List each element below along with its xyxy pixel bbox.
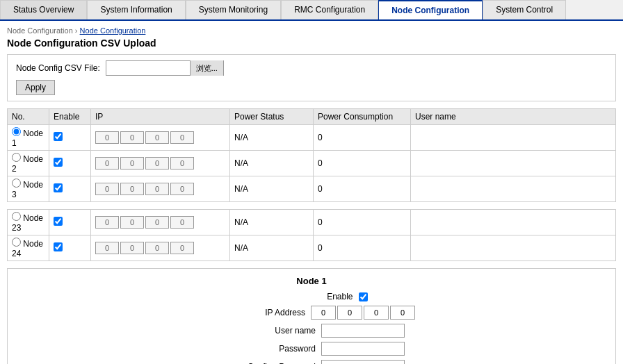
tab-system-monitoring[interactable]: System Monitoring — [186, 0, 281, 19]
tab-bar: Status Overview System Information Syste… — [0, 0, 623, 21]
node2-ip-octet1[interactable] — [95, 157, 119, 169]
node1-ip-group — [95, 131, 225, 144]
node1-username — [411, 125, 616, 151]
node3-ip-octet3[interactable] — [145, 183, 169, 195]
detail-password-input[interactable] — [321, 342, 405, 356]
node1-ip-octet2[interactable] — [120, 131, 144, 144]
detail-ip-octet2[interactable] — [337, 306, 362, 320]
tab-system-information[interactable]: System Information — [87, 0, 185, 19]
upload-label: Node Config CSV File: — [16, 63, 100, 73]
node23-radio[interactable] — [12, 212, 21, 221]
detail-ip-octet3[interactable] — [364, 306, 389, 320]
node3-enable-checkbox[interactable] — [54, 183, 63, 192]
detail-confirm-password-row: Confirm Password — [22, 360, 601, 364]
node2-power-status: N/A — [230, 151, 314, 176]
node3-ip-octet4[interactable] — [170, 183, 194, 195]
col-header-username: User name — [411, 109, 616, 125]
node24-username — [411, 235, 616, 261]
file-input-wrapper: 浏览... — [106, 60, 224, 76]
table-row: Node 2 N/A 0 — [8, 151, 616, 176]
tab-rmc-configuration[interactable]: RMC Configuration — [281, 0, 378, 19]
node2-ip-group — [95, 157, 225, 169]
node2-ip-cell — [91, 151, 230, 176]
node2-radio[interactable] — [12, 153, 21, 162]
table-row: Node 24 N/A 0 — [8, 235, 616, 261]
node2-ip-octet3[interactable] — [145, 157, 169, 169]
node24-enable-checkbox[interactable] — [54, 242, 63, 251]
node2-no-cell: Node 2 — [8, 151, 49, 176]
detail-ip-octet1[interactable] — [311, 306, 336, 320]
node23-enable-cell — [49, 210, 91, 235]
node23-username — [411, 210, 616, 235]
node2-ip-octet4[interactable] — [170, 157, 194, 169]
node24-ip-octet1[interactable] — [95, 242, 119, 254]
node2-enable-checkbox[interactable] — [54, 158, 63, 167]
node1-ip-octet3[interactable] — [145, 131, 169, 144]
node23-power-consumption: 0 — [314, 210, 411, 235]
detail-enable-row: Enable — [22, 292, 601, 301]
col-header-power-status: Power Status — [230, 109, 314, 125]
node24-ip-octet3[interactable] — [145, 242, 169, 254]
table-row: Node 23 N/A 0 — [8, 210, 616, 235]
detail-node-title: Node 1 — [22, 276, 601, 286]
detail-ip-row: IP Address — [22, 306, 601, 320]
node1-ip-cell — [91, 125, 230, 151]
col-header-power-consumption: Power Consumption — [314, 109, 411, 125]
node24-power-status: N/A — [230, 235, 314, 261]
node24-enable-cell — [49, 235, 91, 261]
tab-status-overview[interactable]: Status Overview — [0, 0, 87, 19]
node1-enable-checkbox[interactable] — [54, 132, 63, 141]
tab-node-configuration[interactable]: Node Configuration — [378, 0, 483, 19]
node1-no-cell: Node 1 — [8, 125, 49, 151]
node24-ip-group — [95, 242, 225, 254]
node3-power-consumption: 0 — [314, 176, 411, 202]
detail-enable-checkbox[interactable] — [359, 292, 368, 301]
node23-no-cell: Node 23 — [8, 210, 49, 235]
node24-ip-octet4[interactable] — [170, 242, 194, 254]
node3-ip-octet2[interactable] — [120, 183, 144, 195]
tab-system-control[interactable]: System Control — [483, 0, 566, 19]
node1-power-status: N/A — [230, 125, 314, 151]
detail-username-label: User name — [218, 326, 316, 336]
main-content: Node Configuration › Node Configuration … — [0, 21, 623, 364]
node23-enable-checkbox[interactable] — [54, 217, 63, 226]
node24-ip-cell — [91, 235, 230, 261]
upload-row: Node Config CSV File: 浏览... — [16, 60, 607, 76]
node23-ip-octet3[interactable] — [145, 216, 169, 229]
col-header-no: No. — [8, 109, 49, 125]
node23-ip-cell — [91, 210, 230, 235]
browse-button[interactable]: 浏览... — [190, 60, 223, 76]
node24-radio[interactable] — [12, 238, 21, 247]
node-table: No. Enable IP Power Status Power Consump… — [7, 108, 616, 202]
detail-password-label: Password — [218, 344, 316, 354]
node3-radio[interactable] — [12, 179, 21, 188]
detail-section: Node 1 Enable IP Address User name Passw… — [7, 268, 616, 364]
upload-section: Node Config CSV File: 浏览... Apply — [7, 54, 616, 101]
detail-ip-label: IP Address — [208, 308, 305, 317]
node1-ip-octet1[interactable] — [95, 131, 119, 144]
node23-ip-group — [95, 216, 225, 229]
detail-username-input[interactable] — [321, 324, 405, 338]
detail-ip-octet4[interactable] — [390, 306, 415, 320]
node23-ip-octet4[interactable] — [170, 216, 194, 229]
node23-ip-octet2[interactable] — [120, 216, 144, 229]
node3-ip-cell — [91, 176, 230, 202]
breadcrumb-parent: Node Configuration — [7, 26, 73, 35]
node24-ip-octet2[interactable] — [120, 242, 144, 254]
breadcrumb-current[interactable]: Node Configuration — [80, 26, 146, 35]
file-input[interactable] — [106, 61, 190, 75]
node1-ip-octet4[interactable] — [170, 131, 194, 144]
upload-apply-button[interactable]: Apply — [16, 80, 55, 95]
col-header-ip: IP — [91, 109, 230, 125]
detail-ip-group — [311, 306, 415, 320]
node2-ip-octet2[interactable] — [120, 157, 144, 169]
detail-confirm-password-input[interactable] — [321, 360, 405, 364]
node1-power-consumption: 0 — [314, 125, 411, 151]
node2-power-consumption: 0 — [314, 151, 411, 176]
node3-ip-octet1[interactable] — [95, 183, 119, 195]
node23-ip-octet1[interactable] — [95, 216, 119, 229]
node3-enable-cell — [49, 176, 91, 202]
node3-no-cell: Node 3 — [8, 176, 49, 202]
node1-radio[interactable] — [12, 127, 21, 136]
node3-ip-group — [95, 183, 225, 195]
